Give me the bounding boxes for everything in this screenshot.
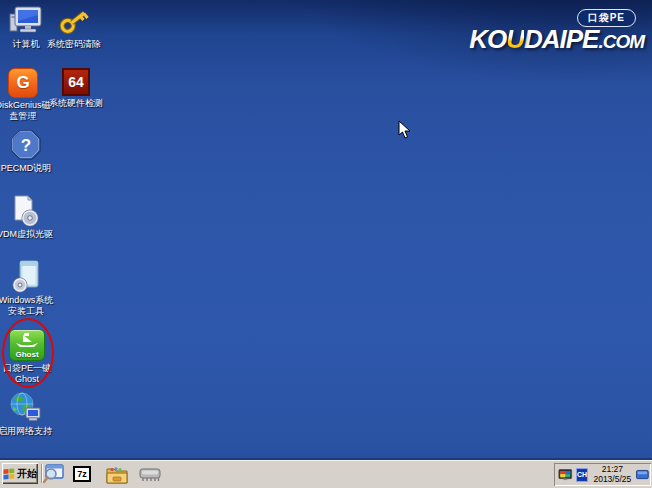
windows-logo-icon xyxy=(3,468,15,480)
quicklaunch-screen-viewer[interactable] xyxy=(41,463,65,485)
desktop-icon-hardware-detect[interactable]: 64 系统硬件检测 xyxy=(44,68,108,109)
diskgenius-icon: G xyxy=(8,68,38,98)
icon-label: 计算机 xyxy=(13,39,40,50)
icon-label: 口袋PE一键 Ghost xyxy=(3,363,51,385)
desktop-icon-network-support[interactable]: 启用网络支持 xyxy=(0,392,57,437)
input-method-indicator[interactable]: CH xyxy=(576,468,589,482)
desktop-icon-windows-setup[interactable]: Windows系统 安装工具 xyxy=(0,259,58,317)
start-button[interactable]: 开始 xyxy=(2,463,38,484)
start-label: 开始 xyxy=(17,467,37,481)
show-desktop-icon[interactable] xyxy=(636,469,649,481)
ghost-icon: Ghost xyxy=(9,329,45,361)
desktop-icon-pecmd-readme[interactable]: ? PECMD说明 xyxy=(0,129,58,174)
quicklaunch-file-manager[interactable] xyxy=(105,463,129,485)
key-icon xyxy=(57,5,91,37)
icon-label: 系统硬件检测 xyxy=(49,98,103,109)
globe-network-icon xyxy=(9,392,41,424)
logo-u-accent: U xyxy=(506,24,524,54)
mouse-cursor xyxy=(398,120,411,143)
desktop: 计算机 系统密码清除 G DiskGenius磁 盘管理 64 xyxy=(0,0,652,488)
display-settings-icon[interactable] xyxy=(558,468,573,482)
software-box-cd-icon xyxy=(9,259,43,293)
7zip-label: 7z xyxy=(77,469,87,479)
tray-clock[interactable]: 21:27 2013/5/25 xyxy=(591,465,633,484)
icon-label: DiskGenius磁 盘管理 xyxy=(0,100,51,122)
clock-date: 2013/5/25 xyxy=(591,475,633,485)
chip-icon xyxy=(138,466,162,483)
logo-text: KOUDAIPE.COM xyxy=(469,24,644,55)
aida64-icon: 64 xyxy=(62,68,90,96)
ghost-icon-word: Ghost xyxy=(10,350,44,359)
desktop-icon-vdm[interactable]: VDM虚拟光驱 xyxy=(0,195,57,240)
svg-text:?: ? xyxy=(21,136,31,155)
screen-magnifier-icon xyxy=(42,464,64,484)
system-tray: CH 21:27 2013/5/25 xyxy=(554,463,651,486)
input-method-label: CH xyxy=(577,471,587,478)
taskbar: 开始 7z xyxy=(0,460,652,488)
icon-label: 启用网络支持 xyxy=(0,426,52,437)
logo-part1: KO xyxy=(469,24,506,54)
document-cd-icon xyxy=(9,195,41,227)
icon-label: PECMD说明 xyxy=(1,163,52,174)
desktop-icon-onekey-ghost[interactable]: Ghost 口袋PE一键 Ghost xyxy=(0,329,59,385)
icon-label: Windows系统 安装工具 xyxy=(0,295,53,317)
question-octagon-icon: ? xyxy=(10,129,42,161)
desktop-icon-password-clear[interactable]: 系统密码清除 xyxy=(42,5,106,50)
aida64-number: 64 xyxy=(68,74,84,90)
logo-suffix: .COM xyxy=(598,31,644,52)
7zip-icon: 7z xyxy=(73,466,91,482)
quicklaunch-ram-chip[interactable] xyxy=(138,463,162,485)
computer-icon xyxy=(9,5,43,37)
quicklaunch-7zip[interactable]: 7z xyxy=(70,463,94,485)
icon-label: VDM虚拟光驱 xyxy=(0,229,53,240)
diskgenius-letter: G xyxy=(16,73,29,93)
koudaipe-logo: 口袋PE KOUDAIPE.COM xyxy=(416,6,646,58)
icon-label: 系统密码清除 xyxy=(47,39,101,50)
folder-icon xyxy=(106,465,128,484)
logo-part2: DAIPE xyxy=(524,24,598,54)
